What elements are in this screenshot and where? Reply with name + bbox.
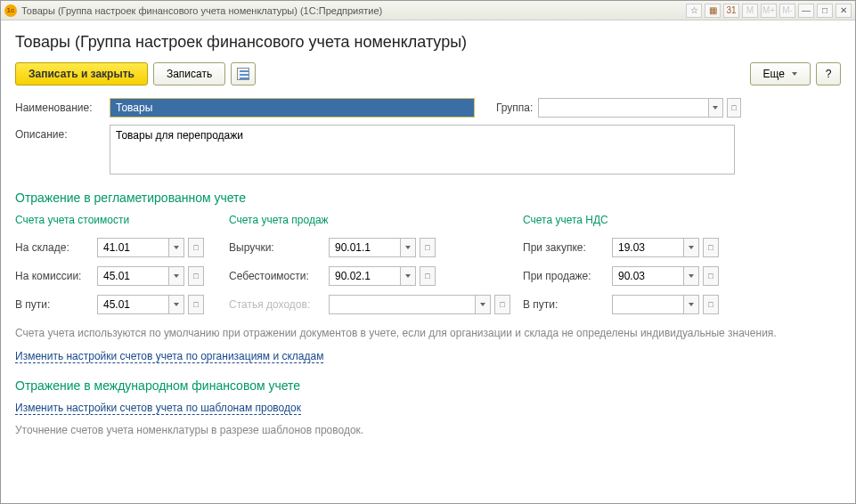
col-vat: Счета учета НДС При закупке: При продаже… — [523, 214, 808, 319]
desc-input[interactable] — [110, 125, 735, 175]
content-area: Товары (Группа настроек финансового учет… — [1, 20, 855, 503]
group-dropdown-icon[interactable] — [708, 98, 723, 118]
warehouse-combo[interactable] — [97, 238, 204, 257]
warehouse-input[interactable] — [97, 238, 168, 257]
cogs-combo[interactable] — [329, 266, 436, 286]
chevron-down-icon[interactable] — [683, 295, 699, 314]
open-icon[interactable] — [420, 238, 436, 257]
open-icon[interactable] — [494, 295, 510, 314]
help-button[interactable]: ? — [816, 62, 841, 85]
name-label: Наименование: — [15, 98, 104, 114]
desc-label: Описание: — [15, 125, 104, 141]
open-icon[interactable] — [188, 238, 204, 257]
col-sales: Счета учета продаж Выручки: Себестоимост… — [229, 214, 523, 319]
memory-m-icon: M — [742, 4, 758, 18]
vat-transit-label: В пути: — [523, 298, 612, 311]
group-input[interactable] — [538, 98, 707, 118]
calendar-icon[interactable]: 31 — [723, 4, 739, 18]
more-button[interactable]: Еще — [750, 62, 811, 85]
vat-sale-label: При продаже: — [523, 270, 612, 282]
favorite-icon[interactable]: ☆ — [686, 4, 702, 18]
memory-mplus-icon: M+ — [761, 4, 777, 18]
chevron-down-icon[interactable] — [168, 266, 184, 286]
chevron-down-icon[interactable] — [168, 295, 184, 314]
chevron-down-icon[interactable] — [400, 266, 416, 286]
col-cost-title: Счета учета стоимости — [15, 214, 229, 226]
save-button[interactable]: Записать — [153, 62, 225, 85]
warehouse-label: На складе: — [15, 241, 97, 254]
transit-input[interactable] — [97, 295, 168, 314]
commission-input[interactable] — [97, 266, 168, 286]
col-vat-title: Счета учета НДС — [523, 214, 808, 226]
vat-transit-input[interactable] — [612, 295, 683, 314]
open-icon[interactable] — [188, 295, 204, 314]
revenue-input[interactable] — [329, 238, 400, 257]
toolbar: Записать и закрыть Записать Еще ? — [15, 62, 841, 85]
maximize-icon[interactable]: □ — [817, 4, 833, 18]
app-icon: 1c — [4, 4, 17, 17]
reg-note: Счета учета используются по умолчанию пр… — [15, 326, 841, 341]
vat-purchase-input[interactable] — [612, 238, 683, 257]
chevron-down-icon[interactable] — [400, 238, 416, 257]
page-title: Товары (Группа настроек финансового учет… — [15, 33, 841, 52]
cogs-input[interactable] — [329, 266, 400, 286]
chevron-down-icon[interactable] — [683, 266, 699, 286]
transit-combo[interactable] — [97, 295, 204, 314]
chevron-down-icon[interactable] — [683, 238, 699, 257]
open-icon[interactable] — [703, 295, 719, 314]
accounts-columns: Счета учета стоимости На складе: На коми… — [15, 214, 841, 319]
group-label: Группа: — [496, 98, 533, 114]
titlebar: 1c Товары (Группа настроек финансового у… — [1, 1, 855, 20]
commission-label: На комиссии: — [15, 270, 97, 282]
chevron-down-icon[interactable] — [168, 238, 184, 257]
change-org-accounts-link[interactable]: Изменить настройки счетов учета по орган… — [15, 350, 323, 363]
income-item-input[interactable] — [329, 295, 475, 314]
section-intl-title: Отражение в международном финансовом уче… — [15, 378, 841, 393]
memory-mminus-icon: M- — [779, 4, 795, 18]
desc-row: Описание: — [15, 125, 841, 175]
vat-sale-input[interactable] — [612, 266, 683, 286]
revenue-label: Выручки: — [229, 241, 329, 254]
open-icon[interactable] — [703, 266, 719, 286]
group-open-icon[interactable] — [727, 98, 742, 118]
group-combo[interactable] — [538, 98, 741, 118]
section-reg-title: Отражение в регламетированном учете — [15, 191, 841, 205]
revenue-combo[interactable] — [329, 238, 436, 257]
income-item-label: Статья доходов: — [229, 298, 329, 311]
name-row: Наименование: Группа: — [15, 98, 841, 118]
calc-icon[interactable]: ▦ — [705, 4, 721, 18]
minimize-icon[interactable]: — — [798, 4, 814, 18]
open-icon[interactable] — [188, 266, 204, 286]
list-button[interactable] — [231, 62, 256, 85]
cogs-label: Себестоимости: — [229, 270, 329, 282]
vat-purchase-combo[interactable] — [612, 238, 719, 257]
vat-transit-combo[interactable] — [612, 295, 719, 314]
window: 1c Товары (Группа настроек финансового у… — [0, 0, 856, 504]
open-icon[interactable] — [703, 238, 719, 257]
window-title: Товары (Группа настроек финансового учет… — [21, 5, 686, 16]
income-item-combo[interactable] — [329, 295, 510, 314]
transit-label: В пути: — [15, 298, 97, 311]
intl-note: Уточнение счетов учета номенклатуры в ра… — [15, 423, 841, 438]
list-icon — [237, 68, 249, 80]
name-input[interactable] — [110, 98, 475, 118]
commission-combo[interactable] — [97, 266, 204, 286]
vat-purchase-label: При закупке: — [523, 241, 612, 254]
col-sales-title: Счета учета продаж — [229, 214, 523, 226]
vat-sale-combo[interactable] — [612, 266, 719, 286]
chevron-down-icon[interactable] — [475, 295, 491, 314]
change-template-accounts-link[interactable]: Изменить настройки счетов учета по шабло… — [15, 402, 301, 415]
open-icon[interactable] — [420, 266, 436, 286]
close-icon[interactable]: ✕ — [836, 4, 852, 18]
col-cost: Счета учета стоимости На складе: На коми… — [15, 214, 229, 319]
save-close-button[interactable]: Записать и закрыть — [15, 62, 148, 85]
